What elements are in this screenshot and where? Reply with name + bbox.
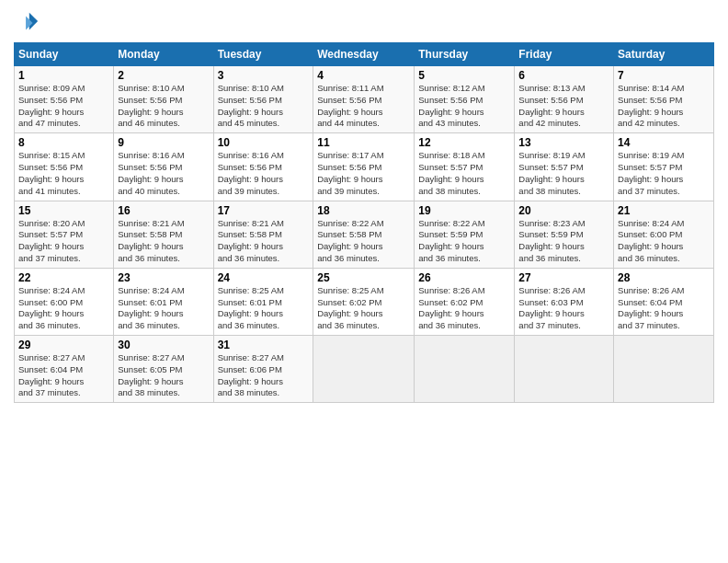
- calendar-cell: 28Sunrise: 8:26 AMSunset: 6:04 PMDayligh…: [614, 268, 714, 335]
- day-number: 31: [218, 339, 310, 351]
- calendar-cell: 8Sunrise: 8:15 AMSunset: 5:56 PMDaylight…: [15, 133, 114, 201]
- day-number: 27: [518, 271, 609, 284]
- col-header-thursday: Thursday: [415, 43, 515, 66]
- calendar-cell: 25Sunrise: 8:25 AMSunset: 6:02 PMDayligh…: [313, 268, 415, 335]
- calendar-cell: 15Sunrise: 8:20 AMSunset: 5:57 PMDayligh…: [15, 201, 114, 268]
- day-number: 6: [518, 69, 609, 82]
- calendar-table: SundayMondayTuesdayWednesdayThursdayFrid…: [14, 42, 714, 403]
- day-info: Sunrise: 8:24 AMSunset: 6:00 PMDaylight:…: [618, 218, 710, 265]
- calendar-cell: 2Sunrise: 8:10 AMSunset: 5:56 PMDaylight…: [114, 66, 213, 133]
- calendar-cell: 6Sunrise: 8:13 AMSunset: 5:56 PMDaylight…: [515, 66, 614, 133]
- calendar-cell: 7Sunrise: 8:14 AMSunset: 5:56 PMDaylight…: [614, 66, 714, 133]
- day-number: 4: [317, 69, 410, 82]
- calendar-cell: 3Sunrise: 8:10 AMSunset: 5:56 PMDaylight…: [213, 66, 313, 133]
- calendar-cell: 23Sunrise: 8:24 AMSunset: 6:01 PMDayligh…: [114, 268, 213, 335]
- day-number: 17: [218, 204, 310, 217]
- calendar-cell: 30Sunrise: 8:27 AMSunset: 6:05 PMDayligh…: [114, 336, 213, 403]
- day-info: Sunrise: 8:25 AMSunset: 6:02 PMDaylight:…: [317, 285, 410, 332]
- day-info: Sunrise: 8:20 AMSunset: 5:57 PMDaylight:…: [18, 218, 109, 265]
- col-header-monday: Monday: [114, 43, 213, 66]
- col-header-tuesday: Tuesday: [213, 43, 313, 66]
- day-number: 25: [317, 271, 410, 284]
- day-number: 11: [317, 136, 410, 149]
- calendar-cell: 27Sunrise: 8:26 AMSunset: 6:03 PMDayligh…: [515, 268, 614, 335]
- header: [14, 9, 714, 35]
- calendar-cell: 4Sunrise: 8:11 AMSunset: 5:56 PMDaylight…: [313, 66, 415, 133]
- calendar-cell: 19Sunrise: 8:22 AMSunset: 5:59 PMDayligh…: [415, 201, 515, 268]
- day-info: Sunrise: 8:24 AMSunset: 6:00 PMDaylight:…: [18, 285, 109, 332]
- week-row-1: 1Sunrise: 8:09 AMSunset: 5:56 PMDaylight…: [15, 66, 714, 133]
- calendar-cell: 31Sunrise: 8:27 AMSunset: 6:06 PMDayligh…: [213, 336, 313, 403]
- day-number: 24: [218, 271, 310, 284]
- week-row-4: 22Sunrise: 8:24 AMSunset: 6:00 PMDayligh…: [15, 268, 714, 335]
- day-info: Sunrise: 8:12 AMSunset: 5:56 PMDaylight:…: [418, 83, 510, 130]
- calendar-cell: 9Sunrise: 8:16 AMSunset: 5:56 PMDaylight…: [114, 133, 213, 201]
- day-number: 18: [317, 204, 410, 217]
- logo-icon: [14, 9, 40, 35]
- day-info: Sunrise: 8:16 AMSunset: 5:56 PMDaylight:…: [118, 150, 209, 197]
- calendar-cell: 18Sunrise: 8:22 AMSunset: 5:58 PMDayligh…: [313, 201, 415, 268]
- calendar-cell: 11Sunrise: 8:17 AMSunset: 5:56 PMDayligh…: [313, 133, 415, 201]
- day-number: 23: [118, 271, 209, 284]
- calendar-cell: 22Sunrise: 8:24 AMSunset: 6:00 PMDayligh…: [15, 268, 114, 335]
- day-number: 7: [618, 69, 710, 82]
- day-number: 3: [218, 69, 310, 82]
- calendar-cell: 26Sunrise: 8:26 AMSunset: 6:02 PMDayligh…: [415, 268, 515, 335]
- day-info: Sunrise: 8:22 AMSunset: 5:58 PMDaylight:…: [317, 218, 410, 265]
- day-number: 21: [618, 204, 710, 217]
- day-number: 29: [18, 339, 109, 351]
- col-header-wednesday: Wednesday: [313, 43, 415, 66]
- calendar-cell: 17Sunrise: 8:21 AMSunset: 5:58 PMDayligh…: [213, 201, 313, 268]
- day-info: Sunrise: 8:21 AMSunset: 5:58 PMDaylight:…: [118, 218, 209, 265]
- calendar-cell: 21Sunrise: 8:24 AMSunset: 6:00 PMDayligh…: [614, 201, 714, 268]
- page: SundayMondayTuesdayWednesdayThursdayFrid…: [0, 0, 728, 563]
- day-info: Sunrise: 8:24 AMSunset: 6:01 PMDaylight:…: [118, 285, 209, 332]
- calendar-cell: 5Sunrise: 8:12 AMSunset: 5:56 PMDaylight…: [415, 66, 515, 133]
- day-number: 19: [418, 204, 510, 217]
- day-number: 16: [118, 204, 209, 217]
- day-info: Sunrise: 8:26 AMSunset: 6:02 PMDaylight:…: [418, 285, 510, 332]
- calendar-cell: [415, 336, 515, 403]
- col-header-friday: Friday: [515, 43, 614, 66]
- calendar-cell: 14Sunrise: 8:19 AMSunset: 5:57 PMDayligh…: [614, 133, 714, 201]
- calendar-cell: 16Sunrise: 8:21 AMSunset: 5:58 PMDayligh…: [114, 201, 213, 268]
- calendar-cell: 29Sunrise: 8:27 AMSunset: 6:04 PMDayligh…: [15, 336, 114, 403]
- day-info: Sunrise: 8:15 AMSunset: 5:56 PMDaylight:…: [18, 150, 109, 197]
- calendar-cell: [614, 336, 714, 403]
- day-number: 10: [218, 136, 310, 149]
- week-row-3: 15Sunrise: 8:20 AMSunset: 5:57 PMDayligh…: [15, 201, 714, 268]
- calendar-cell: 20Sunrise: 8:23 AMSunset: 5:59 PMDayligh…: [515, 201, 614, 268]
- day-number: 28: [618, 271, 710, 284]
- day-info: Sunrise: 8:10 AMSunset: 5:56 PMDaylight:…: [118, 83, 209, 130]
- day-info: Sunrise: 8:27 AMSunset: 6:06 PMDaylight:…: [218, 352, 310, 399]
- day-info: Sunrise: 8:11 AMSunset: 5:56 PMDaylight:…: [317, 83, 410, 130]
- col-header-sunday: Sunday: [15, 43, 114, 66]
- calendar-cell: 24Sunrise: 8:25 AMSunset: 6:01 PMDayligh…: [213, 268, 313, 335]
- day-number: 5: [418, 69, 510, 82]
- day-info: Sunrise: 8:14 AMSunset: 5:56 PMDaylight:…: [618, 83, 710, 130]
- calendar-cell: [313, 336, 415, 403]
- day-number: 2: [118, 69, 209, 82]
- day-info: Sunrise: 8:26 AMSunset: 6:03 PMDaylight:…: [518, 285, 609, 332]
- day-number: 9: [118, 136, 209, 149]
- calendar-cell: 10Sunrise: 8:16 AMSunset: 5:56 PMDayligh…: [213, 133, 313, 201]
- day-info: Sunrise: 8:19 AMSunset: 5:57 PMDaylight:…: [618, 150, 710, 197]
- day-info: Sunrise: 8:27 AMSunset: 6:05 PMDaylight:…: [118, 352, 209, 399]
- day-info: Sunrise: 8:22 AMSunset: 5:59 PMDaylight:…: [418, 218, 510, 265]
- day-number: 15: [18, 204, 109, 217]
- day-number: 14: [618, 136, 710, 149]
- day-info: Sunrise: 8:21 AMSunset: 5:58 PMDaylight:…: [218, 218, 310, 265]
- calendar-cell: 12Sunrise: 8:18 AMSunset: 5:57 PMDayligh…: [415, 133, 515, 201]
- logo: [14, 9, 43, 35]
- day-number: 13: [518, 136, 609, 149]
- calendar-cell: 13Sunrise: 8:19 AMSunset: 5:57 PMDayligh…: [515, 133, 614, 201]
- day-info: Sunrise: 8:25 AMSunset: 6:01 PMDaylight:…: [218, 285, 310, 332]
- day-number: 30: [118, 339, 209, 351]
- day-info: Sunrise: 8:19 AMSunset: 5:57 PMDaylight:…: [518, 150, 609, 197]
- day-number: 12: [418, 136, 510, 149]
- day-info: Sunrise: 8:16 AMSunset: 5:56 PMDaylight:…: [218, 150, 310, 197]
- day-info: Sunrise: 8:18 AMSunset: 5:57 PMDaylight:…: [418, 150, 510, 197]
- day-number: 20: [518, 204, 609, 217]
- day-number: 1: [18, 69, 109, 82]
- col-header-saturday: Saturday: [614, 43, 714, 66]
